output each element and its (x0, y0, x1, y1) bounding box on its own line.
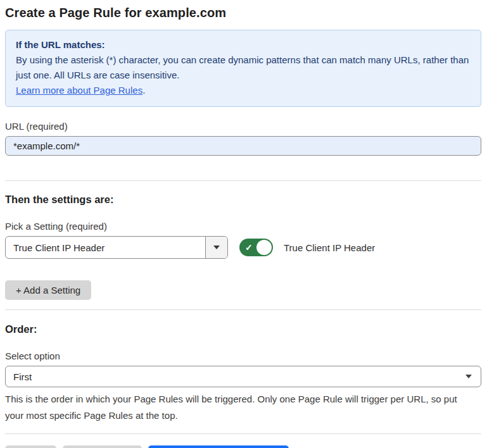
true-client-ip-toggle[interactable]: ✓ (239, 239, 273, 256)
link-suffix: . (142, 85, 145, 96)
info-box-link-line: Learn more about Page Rules. (16, 83, 471, 98)
toggle-label: True Client IP Header (284, 242, 375, 253)
url-input[interactable] (5, 136, 481, 156)
add-setting-button[interactable]: + Add a Setting (5, 280, 91, 300)
check-icon: ✓ (245, 243, 253, 252)
page: Create a Page Rule for example.com If th… (0, 0, 487, 448)
info-box: If the URL matches: By using the asteris… (5, 30, 481, 107)
chevron-down-icon (465, 375, 472, 378)
order-select-value: First (13, 371, 32, 382)
learn-more-link[interactable]: Learn more about Page Rules (16, 85, 142, 96)
setting-picker-select[interactable]: True Client IP Header (5, 236, 228, 259)
setting-picker-row: True Client IP Header ✓ True Client IP H… (5, 236, 481, 259)
divider (5, 180, 481, 181)
setting-picker-caret-box[interactable] (205, 237, 227, 258)
save-deploy-button[interactable]: Save and Deploy Page Rule (148, 445, 289, 448)
footer-actions: Cancel Save as Draft Save and Deploy Pag… (5, 445, 481, 448)
info-box-heading: If the URL matches: (16, 37, 471, 53)
order-select-label: Select option (5, 351, 481, 361)
chevron-down-icon (213, 246, 220, 249)
order-select[interactable]: First (5, 366, 481, 387)
url-label: URL (required) (5, 121, 481, 132)
setting-picker-label: Pick a Setting (required) (5, 221, 481, 232)
cancel-button[interactable]: Cancel (5, 445, 56, 448)
toggle-wrap: ✓ True Client IP Header (239, 239, 375, 256)
setting-picker-value: True Client IP Header (6, 237, 205, 258)
order-help-text: This is the order in which your Page Rul… (5, 391, 477, 424)
toggle-knob (256, 240, 272, 255)
info-box-body: By using the asterisk (*) character, you… (16, 53, 471, 83)
page-title: Create a Page Rule for example.com (5, 6, 481, 20)
save-draft-button[interactable]: Save as Draft (63, 445, 142, 448)
settings-heading: Then the settings are: (5, 194, 481, 206)
divider (5, 309, 481, 310)
order-heading: Order: (5, 323, 481, 335)
divider (5, 433, 481, 434)
